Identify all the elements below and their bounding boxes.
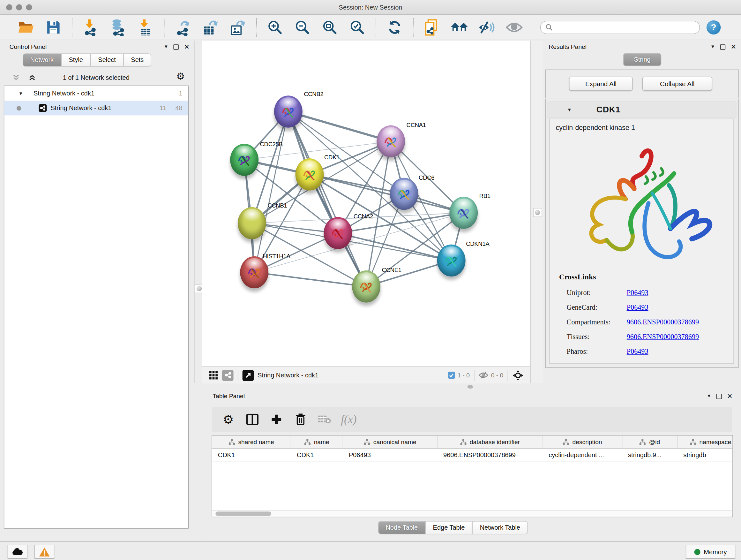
table-options-button[interactable]: ⚙ <box>220 411 236 427</box>
show-all-button[interactable] <box>504 17 525 38</box>
column-header--id[interactable]: @id <box>622 435 677 448</box>
node-CCNA2[interactable] <box>324 217 352 249</box>
table-panel-close-icon[interactable]: ✕ <box>727 393 732 400</box>
save-session-button[interactable] <box>43 17 64 38</box>
node-RB1[interactable] <box>449 197 478 229</box>
open-session-button[interactable] <box>16 17 37 38</box>
network-options-gear-icon[interactable]: ⚙ <box>176 71 185 81</box>
create-column-button[interactable] <box>268 411 284 427</box>
table-cell[interactable]: 9606.ENSP00000378699 <box>437 449 543 461</box>
node-CDC25B[interactable] <box>230 144 259 176</box>
node-HIST1H1A[interactable] <box>240 256 268 289</box>
node-CDC6[interactable] <box>390 178 418 210</box>
zoom-in-button[interactable] <box>265 17 285 38</box>
cloud-status-button[interactable] <box>8 545 27 559</box>
tab-sets[interactable]: Sets <box>124 53 151 66</box>
column-header-database-identifier[interactable]: database identifier <box>437 435 543 448</box>
tab-select[interactable]: Select <box>91 53 124 66</box>
function-builder-button[interactable]: f(x) <box>341 411 357 427</box>
show-columns-button[interactable] <box>245 411 260 427</box>
control-panel-menu-icon[interactable]: ▼ <box>164 44 169 49</box>
table-horizontal-scrollbar[interactable] <box>212 510 732 517</box>
tab-style[interactable]: Style <box>61 53 91 66</box>
grid-view-button[interactable] <box>208 369 219 381</box>
string-view-button[interactable] <box>222 369 233 381</box>
import-table-file-button[interactable] <box>135 17 156 38</box>
warnings-button[interactable] <box>35 545 54 559</box>
collapse-all-button[interactable]: Collapse All <box>643 77 712 91</box>
results-panel-float-icon[interactable] <box>720 44 725 49</box>
crosslink-link[interactable]: 9606.ENSP00000378699 <box>627 333 699 341</box>
tab-network-table[interactable]: Network Table <box>472 521 528 534</box>
node-CCNA1[interactable] <box>377 125 405 158</box>
horizontal-splitter-handle[interactable] <box>468 385 473 388</box>
left-splitter[interactable] <box>194 41 203 383</box>
column-header-canonical-name[interactable]: canonical name <box>343 435 437 448</box>
results-panel-menu-icon[interactable]: ▼ <box>711 44 715 49</box>
collection-expand-icon[interactable]: ▼ <box>18 91 23 96</box>
column-header-namespace[interactable]: namespace <box>678 435 733 448</box>
right-splitter-handle[interactable] <box>533 208 542 217</box>
crosslink-link[interactable]: P06493 <box>627 304 649 312</box>
node-CDK1[interactable] <box>295 159 324 191</box>
node-CCNB2[interactable] <box>274 96 302 128</box>
first-neighbors-button[interactable] <box>449 17 470 38</box>
right-splitter[interactable] <box>530 41 544 383</box>
tab-node-table[interactable]: Node Table <box>378 521 425 534</box>
export-image-button[interactable] <box>227 17 248 38</box>
control-panel-close-icon[interactable]: ✕ <box>184 44 189 50</box>
table-cell[interactable]: cyclin-dependent ... <box>543 449 623 461</box>
export-network-button[interactable] <box>173 17 193 38</box>
delete-table-button[interactable] <box>317 411 333 427</box>
selected-nodes-checkbox-icon[interactable] <box>448 372 455 379</box>
zoom-fit-button[interactable] <box>320 17 340 38</box>
zoom-selected-button[interactable] <box>347 17 367 38</box>
table-cell[interactable]: CDK1 <box>212 449 291 461</box>
control-panel-float-icon[interactable] <box>174 44 179 49</box>
table-panel-menu-icon[interactable]: ▼ <box>706 394 711 399</box>
crosslink-link[interactable]: 9606.ENSP00000378699 <box>627 318 699 326</box>
gene-expand-icon[interactable]: ▼ <box>567 108 572 112</box>
open-in-browser-button[interactable] <box>243 369 254 381</box>
expand-all-button[interactable]: Expand All <box>569 77 633 91</box>
scrollbar-thumb[interactable] <box>215 511 271 516</box>
memory-button[interactable]: Memory <box>686 545 735 559</box>
node-table[interactable]: shared namenamecanonical namedatabase id… <box>212 435 733 517</box>
network-collection-row[interactable]: ▼ String Network - cdk1 1 <box>4 86 188 101</box>
table-cell[interactable]: stringdb:9... <box>622 449 677 461</box>
crosslink-link[interactable]: P06493 <box>627 289 649 297</box>
import-network-database-button[interactable] <box>108 17 129 38</box>
edge-CCNE1-HIST1H1A[interactable] <box>254 272 366 287</box>
delete-column-button[interactable] <box>293 411 309 427</box>
tab-string[interactable]: String <box>623 53 661 66</box>
table-row[interactable]: CDK1CDK1P064939606.ENSP00000378699cyclin… <box>212 449 732 462</box>
column-header-name[interactable]: name <box>291 435 343 448</box>
tab-edge-table[interactable]: Edge Table <box>425 521 472 534</box>
node-CCNB1[interactable] <box>238 207 266 240</box>
table-cell[interactable]: stringdb <box>678 449 733 461</box>
edge-CCNB2-CCNE1[interactable] <box>288 111 366 287</box>
results-panel-close-icon[interactable]: ✕ <box>731 44 736 50</box>
network-row[interactable]: String Network - cdk1 11 48 <box>4 101 188 115</box>
edge-CCNB2-HIST1H1A[interactable] <box>254 111 288 272</box>
edge-CCNB2-CCNA1[interactable] <box>288 111 391 141</box>
search-field[interactable] <box>553 23 687 31</box>
import-network-file-button[interactable] <box>80 17 101 38</box>
column-header-shared-name[interactable]: shared name <box>212 435 291 448</box>
birds-eye-crosshair-icon[interactable] <box>512 369 524 381</box>
help-button[interactable]: ? <box>706 20 721 34</box>
tab-network[interactable]: Network <box>23 53 61 66</box>
gene-section-header[interactable]: ▼ CDK1 <box>547 102 736 118</box>
horizontal-splitter[interactable] <box>202 383 741 390</box>
crosslink-link[interactable]: P06493 <box>627 348 649 355</box>
refresh-view-button[interactable] <box>384 17 405 38</box>
zoom-out-button[interactable] <box>292 17 313 38</box>
network-graph[interactable]: CCNB2CCNA1CDC25BCDK1CDC6RB1CCNB1CCNA2CDK… <box>202 41 530 366</box>
node-CCNE1[interactable] <box>352 270 381 303</box>
duplicate-network-button[interactable] <box>421 17 442 38</box>
edge-CDK1-RB1[interactable] <box>310 174 464 212</box>
table-panel-float-icon[interactable] <box>717 394 722 399</box>
table-cell[interactable]: P06493 <box>343 449 437 461</box>
hide-selected-button[interactable] <box>476 17 497 38</box>
column-header-description[interactable]: description <box>543 435 623 448</box>
